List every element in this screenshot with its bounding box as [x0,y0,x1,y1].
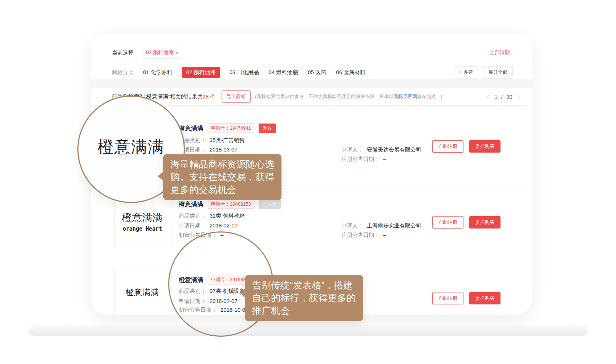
apply-date-label: 申请日期： [179,222,206,228]
category-item-02-selected[interactable]: 02 颜料油漆 [182,67,220,78]
category-field: 商品类别：31类-饲料种籽 [179,213,245,220]
status-badge-registered: 已注册 [259,199,281,209]
application-number-tag: 申请号：29482153 [208,199,254,209]
applicant-value: 安徽美达会展有限公司 [367,146,421,153]
prev-page-icon[interactable]: ‹ [485,93,491,101]
trademark-title-row: 橙意满满 申请号：29482153 已注册 [179,199,281,209]
self-register-button[interactable]: 自助注册 [432,292,463,304]
next-page-icon[interactable]: › [516,93,522,101]
multi-select-button[interactable]: + 多选 [454,66,478,78]
selected-filter-tag-label: 02 颜料油漆 [146,49,173,56]
applicant-field: 申请人：上海雨步实业有限公司 [341,222,421,229]
tooltip-line: 推广机会 [252,304,356,317]
results-disclaimer: (商标检索结果仅供参考，不作为商标能否注册的法律依据；具体以商标局官网查询为准。… [255,93,442,100]
reg-notice-label: 注册公告日期： [341,232,380,238]
reg-notice-value: – [383,232,386,238]
category-field-value: 31类-饲料种籽 [210,213,245,219]
row-actions: 自助注册 委托购买 [432,216,500,228]
status-badge-invalid: 无效 [259,124,276,133]
current-selection-bar: 当前选择 02 颜料油漆 × 全部清除 [112,46,510,59]
trademark-title-row: 橙意满满 申请号：29474941 无效 [179,124,276,133]
trademark-name[interactable]: 橙意满满 [179,200,203,209]
row-actions: 自助注册 委托购买 [432,292,500,304]
page-background: 当前选择 02 颜料油漆 × 全部清除 商标分类 01 化学原料 02 颜料油漆… [0,0,616,364]
trademark-image-2-text: 橙意满满 [122,211,163,224]
dashed-divider [101,65,522,65]
results-header: 已为您检索到“橙意满满”相关的结果共28 个 导出商标 (商标检索结果仅供参考，… [112,88,442,105]
category-bar-label: 商标分类 [112,69,134,76]
section-divider-band [91,79,532,88]
tooltip-line: 更多的交易机会 [170,183,274,196]
entrust-buy-button[interactable]: 委托购买 [469,216,500,228]
results-count: 28 [203,93,209,100]
entrust-buy-button[interactable]: 委托购买 [469,140,500,153]
application-number-value: 29474941 [230,125,251,131]
applicant-label: 申请人： [341,222,363,228]
trademark-image-2-subtext: orange Heart [123,226,162,232]
apply-date-value: 2018-03-07 [210,146,238,153]
category-item-06[interactable]: 06 金属材料 [336,69,365,76]
remove-tag-icon[interactable]: × [175,50,178,56]
tooltip-line: 海量精品商标资源随心选 [170,158,274,171]
reg-notice-label: 注册公告日期： [341,156,380,162]
pagination: ‹ 1 / 30 › [474,88,532,105]
row-separator [97,259,526,259]
applicant-label: 申请人： [341,146,363,153]
reg-notice-field: 注册公告日期：– [341,232,386,239]
apply-date-value: 2018-02-10 [210,222,238,228]
tooltip-line: 自己的标行，获得更多的 [252,292,356,304]
total-pages: 30 [506,94,512,100]
selected-filter-tag[interactable]: 02 颜料油漆 × [142,47,183,58]
page-separator: / [501,94,503,100]
magnified-trademark-text: 橙意满满 [98,136,165,158]
applicant-field: 申请人：安徽美达会展有限公司 [341,146,421,153]
row-actions: 自助注册 委托购买 [432,140,500,153]
category-item-01[interactable]: 01 化学原料 [143,69,173,76]
current-page-number: 1 [494,94,497,100]
callout-tooltip-marketplace: 海量精品商标资源随心选 购。支持在线交易，获得 更多的交易机会 [163,154,281,200]
trademark-image-3-text: 橙意满满 [126,287,159,298]
apply-date-field: 申请日期：2018-03-07 申请人：安徽美达会展有限公司 [179,146,238,154]
apply-date-field: 申请日期：2018-02-10 申请人：上海雨步实业有限公司 [179,222,238,230]
trademark-name[interactable]: 橙意满满 [179,124,203,133]
applicant-value: 上海雨步实业有限公司 [367,222,421,228]
category-field: 商品类别：35类-广告销售 [179,137,245,144]
application-number-label: 申请号： [211,201,230,207]
disclaimer-text-suffix: 查询为准。) [417,94,442,99]
tooltip-line: 购。支持在线交易，获得 [170,171,274,183]
disclaimer-text-prefix: (商标检索结果仅供参考，不作为商标能否注册的法律依据；具体以 [255,94,393,99]
expand-all-button[interactable]: 展开全部 [483,66,513,78]
category-field-value: 35类-广告销售 [210,137,245,143]
category-item-05[interactable]: 05 医药 [308,69,326,76]
export-trademarks-button[interactable]: 导出商标 [222,90,251,103]
trademark-image-3[interactable]: 橙意满满 [114,268,170,315]
entrust-buy-button[interactable]: 委托购买 [469,292,500,304]
category-item-04[interactable]: 04 燃料油脂 [269,69,298,76]
callout-tooltip-promotion: 告别传统“发表格”，搭建 自己的标行，获得更多的 推广机会 [245,275,363,321]
tooltip-line: 告别传统“发表格”，搭建 [252,279,356,292]
trademark-image-2[interactable]: 橙意满满 orange Heart [114,197,170,246]
category-actions: + 多选 展开全部 [454,66,513,78]
trademark-office-link[interactable]: 商标局官网 [393,94,417,99]
clear-all-button[interactable]: 全部清除 [490,49,510,56]
category-field-label: 商品类别： [179,213,206,219]
application-number-tag: 申请号：29474941 [208,124,254,133]
self-register-button[interactable]: 自助注册 [432,216,463,228]
category-bar: 商标分类 01 化学原料 02 颜料油漆 03 日化用品 04 燃料油脂 05 … [112,67,513,78]
current-selection-label: 当前选择 [112,49,134,56]
laptop-base [28,325,588,336]
reg-notice-field: 注册公告日期：– [341,156,386,163]
results-summary-suffix: 个 [209,93,216,100]
application-number-label: 申请号： [211,125,230,131]
self-register-button[interactable]: 自助注册 [432,140,463,153]
category-item-03[interactable]: 03 日化用品 [230,69,259,76]
reg-notice-value: – [383,156,386,162]
application-number-value: 29482153 [230,201,251,207]
